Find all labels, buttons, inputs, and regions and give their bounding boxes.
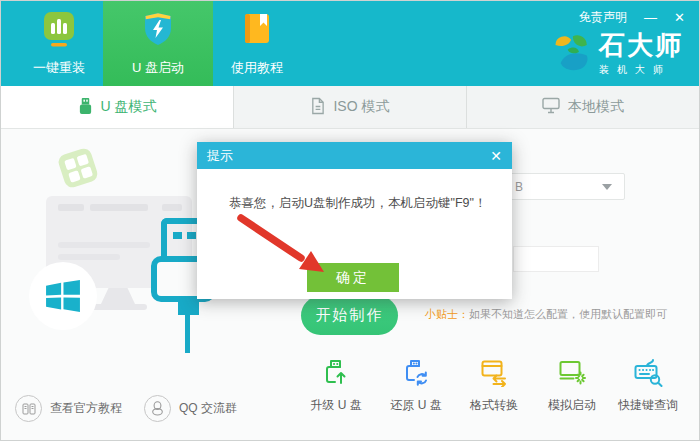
tool-format-convert[interactable]: 格式转换 bbox=[452, 357, 536, 414]
nav-tab-label: 一键重装 bbox=[33, 59, 85, 77]
format-convert-icon bbox=[479, 357, 509, 391]
disclaimer-link[interactable]: 免责声明 bbox=[579, 9, 627, 26]
footer-link-label: QQ 交流群 bbox=[179, 400, 237, 417]
tab-one-key-reinstall[interactable]: 一键重装 bbox=[15, 1, 103, 86]
start-make-button[interactable]: 开始制作 bbox=[301, 296, 398, 335]
mode-tab-iso[interactable]: ISO 模式 bbox=[233, 86, 466, 128]
monitor-stand bbox=[101, 288, 135, 304]
tool-simulate-boot[interactable]: 模拟启动 bbox=[530, 357, 614, 414]
tool-label: 模拟启动 bbox=[548, 397, 596, 414]
tab-usb-boot[interactable]: U 盘启动 bbox=[103, 1, 213, 86]
monitor-base bbox=[89, 304, 147, 310]
brand-logo-icon bbox=[552, 31, 592, 77]
dialog-close-icon[interactable]: ✕ bbox=[490, 149, 502, 163]
dialog-message: 恭喜您，启动U盘制作成功，本机启动键"F9"！ bbox=[229, 195, 498, 212]
windows-flag-icon bbox=[45, 280, 81, 312]
simulate-boot-icon bbox=[557, 357, 587, 391]
monitor-icon bbox=[542, 97, 560, 117]
footer-link-label: 查看官方教程 bbox=[50, 400, 122, 417]
minimize-button[interactable]: — bbox=[644, 11, 657, 24]
window-controls: 免责声明 — ✕ bbox=[579, 9, 685, 26]
tool-label: 升级 U 盘 bbox=[310, 397, 361, 414]
windows-logo-badge bbox=[29, 262, 97, 330]
partially-hidden-field[interactable] bbox=[513, 246, 599, 272]
mode-tab-label: U 盘模式 bbox=[101, 98, 157, 116]
mode-tab-label: 本地模式 bbox=[568, 98, 624, 116]
brand-subtitle: 装机大师 bbox=[599, 63, 683, 77]
shield-lightning-icon bbox=[140, 10, 176, 52]
app-window: 一键重装 U 盘启动 bbox=[0, 0, 700, 441]
tool-label: 格式转换 bbox=[470, 397, 518, 414]
tool-restore-usb[interactable]: 还原 U 盘 bbox=[374, 357, 458, 414]
tab-tutorial[interactable]: 使用教程 bbox=[213, 1, 301, 86]
dialog-title: 提示 bbox=[207, 147, 490, 165]
qq-penguin-icon bbox=[144, 395, 171, 422]
book-icon bbox=[239, 10, 275, 52]
main-area: B 开始制作 小贴士：如果不知道怎么配置，使用默认配置即可 提示 ✕ 恭喜您，启… bbox=[1, 129, 699, 441]
tip-text: 小贴士：如果不知道怎么配置，使用默认配置即可 bbox=[425, 307, 667, 322]
tool-label: 快捷键查询 bbox=[618, 397, 678, 414]
usb-device-dropdown[interactable]: B bbox=[507, 173, 625, 200]
hotkey-query-icon bbox=[633, 357, 663, 391]
dropdown-value: B bbox=[508, 180, 602, 194]
iso-file-icon bbox=[310, 97, 325, 118]
usb-restore-icon bbox=[401, 357, 431, 391]
nav-tab-label: 使用教程 bbox=[231, 59, 283, 77]
ok-button[interactable]: 确定 bbox=[307, 263, 399, 292]
chart-icon bbox=[41, 10, 77, 52]
brand-name: 石大师 bbox=[599, 32, 683, 58]
nav-tab-label: U 盘启动 bbox=[132, 59, 184, 77]
tool-upgrade-usb[interactable]: 升级 U 盘 bbox=[294, 357, 378, 414]
chevron-down-icon bbox=[602, 184, 612, 190]
brand-logo: 石大师 装机大师 bbox=[552, 31, 683, 77]
header: 一键重装 U 盘启动 bbox=[1, 1, 699, 86]
mode-tab-local[interactable]: 本地模式 bbox=[466, 86, 699, 128]
dialog-titlebar: 提示 ✕ bbox=[197, 142, 512, 169]
official-tutorial-link[interactable]: 查看官方教程 bbox=[15, 395, 122, 422]
mode-tab-label: ISO 模式 bbox=[333, 98, 389, 116]
tutorial-icon bbox=[15, 395, 42, 422]
close-button[interactable]: ✕ bbox=[674, 11, 685, 24]
success-dialog: 提示 ✕ 恭喜您，启动U盘制作成功，本机启动键"F9"！ 确定 bbox=[197, 142, 512, 299]
windows-tile-decoration bbox=[57, 147, 100, 190]
tool-label: 还原 U 盘 bbox=[390, 397, 441, 414]
mode-tab-usb[interactable]: U 盘模式 bbox=[1, 86, 233, 128]
usb-drive-icon bbox=[78, 97, 93, 118]
tool-hotkey-query[interactable]: 快捷键查询 bbox=[606, 357, 690, 414]
mode-tabs: U 盘模式 ISO 模式 本地模式 bbox=[1, 86, 699, 129]
usb-upgrade-icon bbox=[321, 357, 351, 391]
qq-group-link[interactable]: QQ 交流群 bbox=[144, 395, 237, 422]
